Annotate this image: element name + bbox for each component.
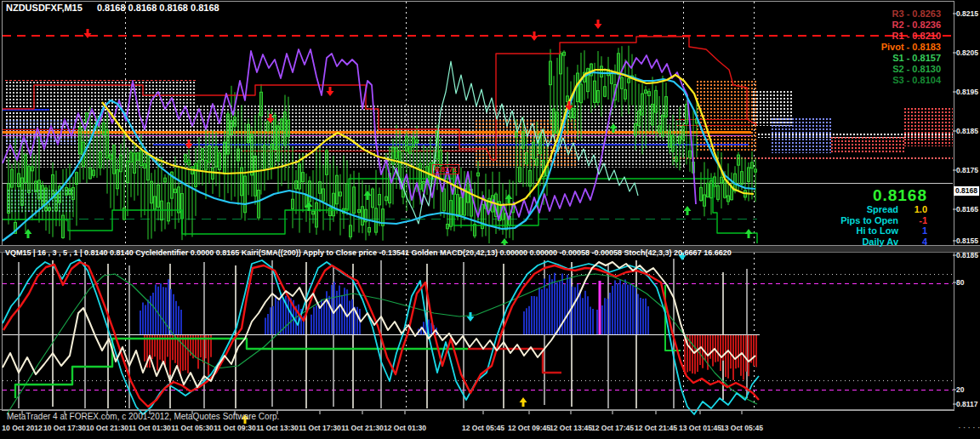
info-row: Spread1.0 <box>740 204 927 215</box>
pivot-level-r3: R3 - 0.8263 <box>881 9 941 20</box>
time-axis-label: 12 Oct 01:30 <box>384 424 426 432</box>
info-value: 1 <box>898 225 927 237</box>
info-value: 4 <box>898 237 927 248</box>
info-row: Daily Av4 <box>740 237 927 248</box>
time-axis-label: 13 Oct 01:45 <box>679 424 721 432</box>
current-price-axis-tag: 0.8168 <box>954 186 979 196</box>
ohlc-values: 0.8168 0.8168 0.8168 0.8168 <box>97 3 219 13</box>
copyright-text: MetaTrader 4 at FOREX.com, c 2001-2012, … <box>7 412 279 421</box>
time-axis-label: 11 Oct 09:30 <box>214 424 256 432</box>
info-label: Hi to Low <box>857 225 899 236</box>
time-axis-label: 12 Oct 05:45 <box>462 424 504 432</box>
chart-title: NZDUSDFXF,M15 0.8168 0.8168 0.8168 0.816… <box>6 3 219 13</box>
pivot-level-pivot: Pivot - 0.8183 <box>881 42 941 53</box>
indicator-values-header: VQM15 | 16 , 3 , 5 , 1 | 0.8140 0.8140 C… <box>5 248 732 257</box>
symbol-period-label: NZDUSDFXF,M15 <box>6 3 83 13</box>
time-axis-label: 12 Oct 21:45 <box>635 424 677 432</box>
pivot-level-s2: S2 - 0.8130 <box>881 64 941 75</box>
time-axis-label: 12 Oct 09:45 <box>508 424 550 432</box>
time-axis-label: 11 Oct 05:30 <box>171 424 214 432</box>
time-axis-label: 11 Oct 17:30 <box>299 424 341 432</box>
price-info-panel: 0.8168 Spread1.0Pips to Open-1Hi to Low1… <box>740 187 927 247</box>
pivot-level-s3: S3 - 0.8104 <box>881 75 941 86</box>
pivot-level-r2: R2 - 0.8236 <box>881 20 941 31</box>
time-axis-label: 10 Oct 2012 <box>2 424 42 432</box>
mt4-chart-window: NZDUSDFXF,M15 0.8168 0.8168 0.8168 0.816… <box>0 0 980 439</box>
current-price-readout: 0.8168 <box>740 187 927 204</box>
bottom-axis-divider <box>0 409 954 410</box>
info-value: -1 <box>898 215 927 226</box>
scroll-indicator-dots[interactable]: ····· <box>958 422 980 432</box>
info-row: Pips to Open-1 <box>740 215 927 226</box>
time-axis-label: 11 Oct 13:30 <box>256 424 299 432</box>
time-axis-label: 11 Oct 01:30 <box>128 424 171 432</box>
pivot-level-s1: S1 - 0.8157 <box>881 53 941 64</box>
time-axis-label: 13 Oct 05:45 <box>721 424 763 432</box>
info-label: Spread <box>867 204 898 214</box>
info-row: Hi to Low1 <box>740 225 927 237</box>
price-alert-label: 0.8171 <box>432 164 459 174</box>
time-axis[interactable]: 10 Oct 201210 Oct 17:3010 Oct 21:3011 Oc… <box>0 424 980 436</box>
pivot-level-r1: R1 - 0.8210 <box>881 31 941 42</box>
info-value: 1.0 <box>898 204 927 215</box>
time-axis-label: 12 Oct 13:45 <box>550 424 592 432</box>
info-label: Pips to Open <box>840 215 898 225</box>
time-axis-label: 10 Oct 21:30 <box>86 424 128 432</box>
info-label: Daily Av <box>862 237 898 247</box>
pivot-levels-panel: R3 - 0.8263R2 - 0.8236R1 - 0.8210Pivot -… <box>881 9 941 86</box>
time-axis-label: 11 Oct 21:30 <box>341 424 384 432</box>
time-axis-label: 12 Oct 17:45 <box>591 424 634 432</box>
time-axis-label: 10 Oct 17:30 <box>43 424 86 432</box>
